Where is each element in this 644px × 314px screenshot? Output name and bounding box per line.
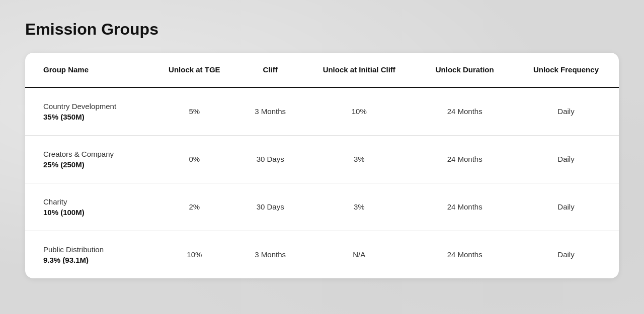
header-unlock-frequency: Unlock Frequency	[513, 53, 619, 87]
table-row: Creators & Company 25% (250M) 0%30 Days3…	[25, 135, 619, 183]
cell-cliff: 3 Months	[238, 231, 302, 278]
cell-unlock-duration: 24 Months	[416, 135, 513, 183]
group-name-label: Charity	[43, 197, 140, 206]
group-allocation-label: 9.3% (93.1M)	[43, 256, 140, 264]
cell-unlock-duration: 24 Months	[416, 183, 513, 231]
cell-cliff: 3 Months	[238, 87, 302, 136]
group-allocation-label: 35% (350M)	[43, 113, 140, 121]
page-title: Emission Groups	[25, 20, 619, 39]
table-row: Country Development 35% (350M) 5%3 Month…	[25, 87, 619, 136]
cell-unlock-frequency: Daily	[513, 135, 619, 183]
header-unlock-at-tge: Unlock at TGE	[150, 53, 238, 87]
group-name-label: Public Distribution	[43, 245, 140, 254]
cell-unlock-duration: 24 Months	[416, 231, 513, 278]
header-cliff: Cliff	[238, 53, 302, 87]
cell-unlock-at-initial-cliff: 3%	[302, 135, 416, 183]
cell-unlock-frequency: Daily	[513, 183, 619, 231]
cell-unlock-at-initial-cliff: 10%	[302, 87, 416, 136]
cell-unlock-at-initial-cliff: 3%	[302, 183, 416, 231]
cell-unlock-at-tge: 2%	[150, 183, 238, 231]
cell-group-name: Country Development 35% (350M)	[25, 87, 150, 136]
cell-unlock-frequency: Daily	[513, 87, 619, 136]
cell-group-name: Creators & Company 25% (250M)	[25, 135, 150, 183]
table-row: Public Distribution 9.3% (93.1M) 10%3 Mo…	[25, 231, 619, 278]
group-name-label: Creators & Company	[43, 150, 140, 158]
cell-unlock-at-tge: 10%	[150, 231, 238, 278]
table-header-row: Group Name Unlock at TGE Cliff Unlock at…	[25, 53, 619, 87]
table-row: Charity 10% (100M) 2%30 Days3%24 MonthsD…	[25, 183, 619, 231]
cell-cliff: 30 Days	[238, 183, 302, 231]
header-unlock-duration: Unlock Duration	[416, 53, 513, 87]
header-group-name: Group Name	[25, 53, 150, 87]
cell-unlock-at-tge: 0%	[150, 135, 238, 183]
cell-unlock-at-tge: 5%	[150, 87, 238, 136]
cell-unlock-at-initial-cliff: N/A	[302, 231, 416, 278]
cell-cliff: 30 Days	[238, 135, 302, 183]
header-unlock-at-initial-cliff: Unlock at Initial Cliff	[302, 53, 416, 87]
group-allocation-label: 25% (250M)	[43, 160, 140, 169]
cell-unlock-frequency: Daily	[513, 231, 619, 278]
group-name-label: Country Development	[43, 102, 140, 111]
group-allocation-label: 10% (100M)	[43, 208, 140, 217]
cell-unlock-duration: 24 Months	[416, 87, 513, 136]
cell-group-name: Charity 10% (100M)	[25, 183, 150, 231]
cell-group-name: Public Distribution 9.3% (93.1M)	[25, 231, 150, 278]
emission-groups-table: Group Name Unlock at TGE Cliff Unlock at…	[25, 53, 619, 278]
